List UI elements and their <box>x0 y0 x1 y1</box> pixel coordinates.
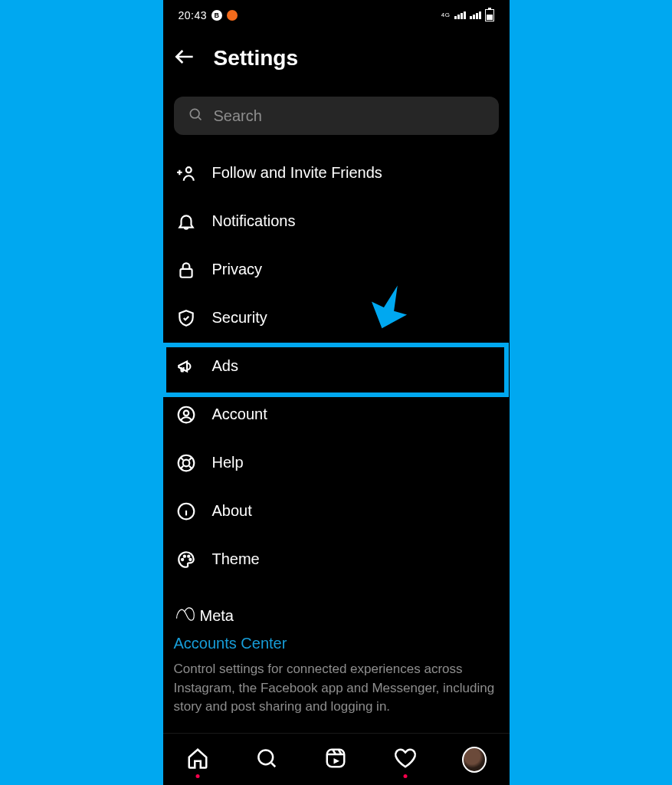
settings-item-ads[interactable]: Ads <box>163 342 510 390</box>
settings-item-label: Help <box>212 454 244 471</box>
header: Settings <box>163 31 510 90</box>
settings-item-account[interactable]: Account <box>163 390 510 438</box>
settings-item-label: Account <box>212 406 267 423</box>
svg-point-0 <box>190 109 199 118</box>
settings-item-about[interactable]: About <box>163 487 510 535</box>
notification-dot-icon <box>403 774 407 778</box>
bell-icon <box>174 212 198 232</box>
status-left: 20:43 B <box>179 9 238 21</box>
accounts-center-description: Control settings for connected experienc… <box>174 660 499 717</box>
add-user-icon <box>174 163 198 183</box>
svg-rect-2 <box>180 268 192 277</box>
svg-point-12 <box>258 750 273 764</box>
nav-search[interactable] <box>254 747 279 772</box>
nav-home[interactable] <box>185 747 210 772</box>
settings-item-label: Security <box>212 309 267 327</box>
settings-item-label: Privacy <box>212 261 263 278</box>
lifebuoy-icon <box>174 453 198 473</box>
content: Search Follow and Invite Friends Notific… <box>163 90 510 785</box>
meta-brand-text: Meta <box>200 607 234 625</box>
settings-item-label: Follow and Invite Friends <box>212 164 382 182</box>
settings-item-theme[interactable]: Theme <box>163 535 510 583</box>
svg-point-1 <box>185 167 191 172</box>
nav-profile[interactable] <box>462 747 487 772</box>
settings-item-label: About <box>212 502 252 520</box>
accounts-center-link[interactable]: Accounts Center <box>174 635 499 652</box>
svg-point-4 <box>183 410 188 415</box>
shield-check-icon <box>174 308 198 328</box>
svg-point-9 <box>183 555 185 557</box>
settings-item-label: Notifications <box>212 212 296 230</box>
heart-icon <box>394 747 417 773</box>
signal-icon-2 <box>470 11 481 19</box>
settings-item-notifications[interactable]: Notifications <box>163 197 510 245</box>
signal-icon <box>454 11 466 19</box>
search-icon <box>255 747 278 773</box>
megaphone-icon <box>174 356 198 376</box>
search-input[interactable]: Search <box>174 97 499 135</box>
meta-brand: Meta <box>174 606 499 626</box>
phone-frame: 20:43 B 4G Settings Search <box>163 0 510 785</box>
svg-rect-13 <box>327 749 345 767</box>
pointer-annotation-icon <box>362 281 416 335</box>
clock: 20:43 <box>179 9 208 21</box>
bottom-nav <box>163 733 510 785</box>
lock-icon <box>174 260 198 280</box>
search-icon <box>188 107 203 125</box>
status-badge-b: B <box>211 10 222 21</box>
settings-item-label: Ads <box>212 357 238 375</box>
home-icon <box>186 747 209 773</box>
status-bar: 20:43 B 4G <box>163 0 510 31</box>
nav-activity[interactable] <box>393 747 418 772</box>
svg-point-10 <box>188 555 189 557</box>
settings-list: Follow and Invite Friends Notifications … <box>163 149 510 583</box>
settings-item-follow-invite[interactable]: Follow and Invite Friends <box>163 149 510 197</box>
network-type-icon: 4G <box>441 12 451 18</box>
page-title: Settings <box>214 46 298 71</box>
search-placeholder: Search <box>214 107 262 125</box>
meta-logo-icon <box>174 606 195 626</box>
palette-icon <box>174 550 198 570</box>
settings-item-privacy[interactable]: Privacy <box>163 245 510 294</box>
settings-item-help[interactable]: Help <box>163 438 510 487</box>
meta-section: Meta Accounts Center Control settings fo… <box>163 583 510 717</box>
back-icon[interactable] <box>172 44 197 72</box>
status-right: 4G <box>441 9 494 21</box>
svg-point-8 <box>182 558 183 560</box>
settings-item-label: Theme <box>212 550 260 568</box>
svg-point-11 <box>189 558 191 560</box>
nav-reels[interactable] <box>323 747 348 772</box>
status-badge-orange <box>227 10 238 21</box>
avatar <box>462 747 487 773</box>
notification-dot-icon <box>195 774 199 778</box>
reels-icon <box>324 747 347 773</box>
info-icon <box>174 501 198 521</box>
svg-point-6 <box>182 459 189 466</box>
user-circle-icon <box>174 405 198 425</box>
battery-icon <box>485 9 494 21</box>
settings-item-security[interactable]: Security <box>163 294 510 342</box>
